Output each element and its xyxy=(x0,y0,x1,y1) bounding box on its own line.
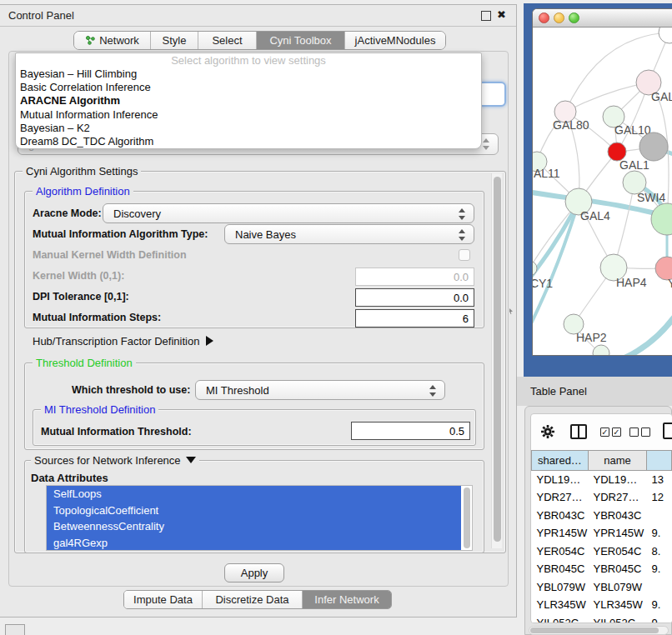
zoom-traffic-light-icon[interactable] xyxy=(569,12,579,23)
network-node[interactable] xyxy=(533,261,537,276)
tab-select[interactable]: Select xyxy=(198,32,257,49)
control-panel-window: Control Panel ✖ Network Style Select xyxy=(0,4,517,618)
table-row[interactable]: YBR043CYBR043C xyxy=(532,507,672,525)
dpi-tolerance-label: DPI Tolerance [0,1]: xyxy=(33,291,129,302)
column-header[interactable]: shared… xyxy=(532,451,589,471)
mi-steps-field[interactable]: 6 xyxy=(355,309,474,328)
table-row[interactable]: YIL052CYIL052C9. xyxy=(532,614,672,624)
table-row[interactable]: YDL19…YDL19…13 xyxy=(532,471,672,489)
table-row[interactable]: YLR345WYLR345W9. xyxy=(532,596,672,614)
algorithm-option[interactable]: Basic Correlation Inference xyxy=(16,81,481,94)
algorithm-option[interactable]: Mutual Information Inference xyxy=(16,108,481,122)
network-node[interactable] xyxy=(659,28,672,43)
minimized-panel-button[interactable] xyxy=(5,624,25,635)
attribute-item[interactable]: SelfLoops xyxy=(47,486,461,502)
checked-box-icon[interactable]: ✓ xyxy=(600,428,609,437)
network-node[interactable] xyxy=(639,132,668,161)
table-horizontal-scrollbar[interactable] xyxy=(529,626,669,635)
mi-algorithm-type-label: Mutual Information Algorithm Type: xyxy=(33,228,208,240)
tab-impute-data[interactable]: Impute Data xyxy=(124,591,203,608)
node-label: GAL11 xyxy=(533,167,560,180)
table-row[interactable]: YBL079WYBL079W xyxy=(532,578,672,597)
node-label: GCY1 xyxy=(533,277,553,290)
manual-kernel-width-checkbox[interactable] xyxy=(459,249,470,261)
network-canvas-wrap: GAL7GAL80GAL10GAL1GAL11SWI4GAL4GCY1HAP4Y… xyxy=(533,28,672,356)
tab-label: Discretize Data xyxy=(215,593,288,606)
network-window-titlebar[interactable] xyxy=(533,9,672,28)
tab-cyni-toolbox[interactable]: Cyni Toolbox xyxy=(257,32,345,49)
which-threshold-value: MI Threshold xyxy=(206,384,269,397)
control-panel-titlebar: Control Panel ✖ xyxy=(0,5,516,27)
algorithm-option[interactable]: ARACNE Algorithm xyxy=(16,94,481,108)
export-table-icon[interactable] xyxy=(663,422,672,439)
algorithm-popup-placeholder: Select algorithm to view settings xyxy=(16,53,481,68)
tab-discretize-data[interactable]: Discretize Data xyxy=(203,591,303,608)
tab-infer-network[interactable]: Infer Network xyxy=(303,591,391,608)
algorithm-option[interactable]: Bayesian – K2 xyxy=(16,122,481,135)
tab-label: Style xyxy=(163,34,187,47)
settings-scrollbar[interactable] xyxy=(491,173,502,548)
algorithm-option[interactable]: Bayesian – Hill Climbing xyxy=(16,68,481,81)
mi-threshold-field[interactable]: 0.5 xyxy=(351,422,470,440)
table-container: ✓ ✓ shared…name YDL19…YDL19…13YDR27…YDR2… xyxy=(530,413,672,623)
table-panel-titlebar: Table Panel xyxy=(517,377,672,406)
settings-scrollbar-thumb[interactable] xyxy=(494,177,501,542)
attributes-scrollbar-thumb[interactable] xyxy=(464,488,470,548)
table-row[interactable]: YDR27…YDR27…12 xyxy=(532,488,672,507)
mi-steps-label: Mutual Information Steps: xyxy=(33,312,161,323)
column-header[interactable] xyxy=(646,451,671,471)
algorithm-option[interactable]: Dream8 DC_TDC Algorithm xyxy=(16,135,481,148)
expand-right-icon xyxy=(206,336,213,346)
network-node[interactable] xyxy=(593,345,609,356)
mi-algorithm-type-value: Naive Bayes xyxy=(235,228,296,241)
node-label: GAL4 xyxy=(580,209,610,222)
close-traffic-light-icon[interactable] xyxy=(539,12,549,23)
combo-stepper-icon xyxy=(459,208,466,221)
table-row[interactable]: YBR045CYBR045C9. xyxy=(532,560,672,578)
split-columns-icon[interactable] xyxy=(570,424,587,439)
tab-jactivemnodules[interactable]: jActiveMNodules xyxy=(345,32,445,49)
gear-icon[interactable] xyxy=(540,424,555,442)
apply-button[interactable]: Apply xyxy=(224,563,284,582)
dpi-tolerance-field[interactable]: 0.0 xyxy=(355,288,474,307)
node-label: HAP4 xyxy=(616,276,647,289)
node-label: Y xyxy=(668,277,672,290)
mi-algorithm-type-combo[interactable]: Naive Bayes xyxy=(224,224,474,244)
table-row[interactable]: YER054CYER054C8. xyxy=(532,542,672,561)
attribute-item[interactable]: BetweennessCentrality xyxy=(47,518,461,535)
network-window: GAL7GAL80GAL10GAL1GAL11SWI4GAL4GCY1HAP4Y… xyxy=(532,8,672,356)
network-canvas[interactable]: GAL7GAL80GAL10GAL1GAL11SWI4GAL4GCY1HAP4Y… xyxy=(533,28,672,356)
aracne-mode-combo[interactable]: Discovery xyxy=(103,203,474,223)
float-window-icon[interactable] xyxy=(481,11,491,21)
unchecked-box-icon[interactable] xyxy=(641,428,650,437)
table-header-row: shared…name xyxy=(532,451,672,471)
collapse-down-icon xyxy=(186,457,196,463)
inference-algorithm-combo-peek[interactable] xyxy=(478,82,506,107)
attribute-item[interactable]: gal4RGexp xyxy=(47,535,461,552)
node-label: GAL80 xyxy=(553,118,589,132)
tab-network[interactable]: Network xyxy=(74,32,151,49)
table-hscroll-thumb[interactable] xyxy=(530,628,659,633)
kernel-width-label: Kernel Width (0,1): xyxy=(33,270,124,282)
tab-style[interactable]: Style xyxy=(151,32,198,49)
close-icon[interactable]: ✖ xyxy=(497,8,506,21)
node-label: HAP2 xyxy=(576,331,607,344)
which-threshold-label: Which threshold to use: xyxy=(72,384,190,396)
minimize-traffic-light-icon[interactable] xyxy=(554,12,564,23)
table-row[interactable]: YPR145WYPR145W9. xyxy=(532,524,672,542)
hub-section-toggle[interactable]: Hub/Transcription Factor Definition xyxy=(33,335,213,348)
network-icon xyxy=(85,35,96,46)
manual-kernel-width-label: Manual Kernel Width Definition xyxy=(33,249,187,261)
which-threshold-combo[interactable]: MI Threshold xyxy=(195,380,445,400)
checked-box-icon[interactable]: ✓ xyxy=(612,428,621,437)
column-header[interactable]: name xyxy=(588,451,646,471)
network-nodes: GAL7GAL80GAL10GAL1GAL11SWI4GAL4GCY1HAP4Y… xyxy=(533,28,672,356)
data-attributes-list[interactable]: SelfLoopsTopologicalCoefficientBetweenne… xyxy=(46,485,473,551)
attribute-item[interactable]: TopologicalCoefficient xyxy=(47,502,461,519)
control-panel-title: Control Panel xyxy=(8,9,74,22)
kernel-width-field[interactable]: 0.0 xyxy=(355,268,474,286)
unchecked-box-icon[interactable] xyxy=(629,428,639,437)
network-node[interactable] xyxy=(651,203,672,235)
sources-group-title[interactable]: Sources for Network Inference xyxy=(31,454,199,467)
mi-threshold-group-title: MI Threshold Definition xyxy=(41,403,158,416)
